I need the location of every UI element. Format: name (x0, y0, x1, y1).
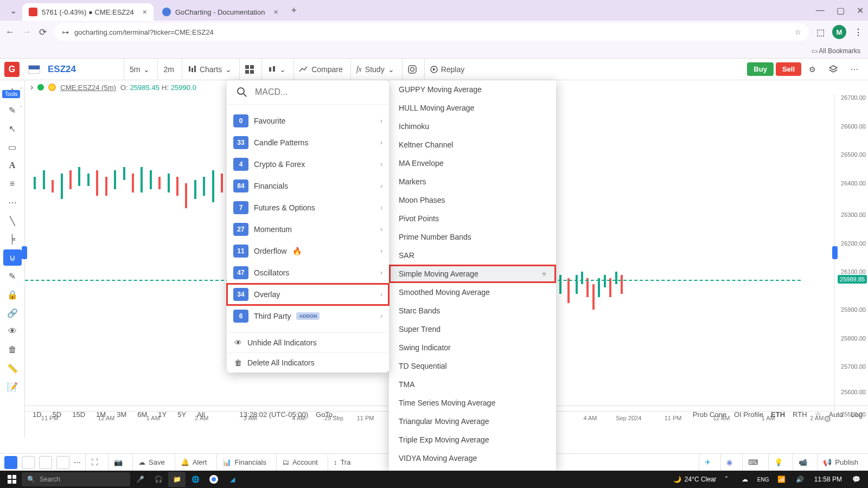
indicator-ichimoku[interactable]: Ichimoku (389, 117, 556, 136)
trash-tool[interactable]: 🗑 (3, 342, 22, 358)
account-button[interactable]: 🗂 Account (276, 454, 323, 471)
star-icon[interactable]: ☆ (795, 28, 801, 36)
eth-toggle[interactable]: ETH (771, 410, 785, 419)
maximize-icon[interactable]: ▢ (837, 5, 845, 16)
edge-icon[interactable]: 🌐 (187, 472, 204, 487)
close-icon[interactable]: × (143, 8, 147, 16)
compare-button[interactable]: Compare (293, 59, 348, 80)
indicator-tma[interactable]: TMA (389, 375, 556, 394)
indicator-keltner-channel[interactable]: Keltner Channel (389, 136, 556, 154)
window-menu[interactable]: ⌄ (10, 5, 17, 16)
layout-grid[interactable] (56, 456, 69, 469)
indicator-vidya-moving-average[interactable]: VIDYA Moving Average (389, 449, 556, 467)
extensions-icon[interactable]: ⬚ (816, 27, 825, 37)
timeframe-5D[interactable]: 5D (50, 409, 64, 420)
timeframe-5Y[interactable]: 5Y (175, 409, 188, 420)
video-icon[interactable]: 📹 (793, 454, 813, 471)
timeframe-2m[interactable]: 2m (157, 59, 179, 80)
study-dropdown[interactable]: fx Study ⌄ (350, 59, 400, 80)
camera-button[interactable]: 📷 (108, 454, 128, 471)
sell-button[interactable]: Sell (776, 62, 801, 76)
timeframe-1D[interactable]: 1D (30, 409, 44, 420)
indicator-sar[interactable]: SAR (389, 246, 556, 265)
text-tool[interactable]: A (3, 157, 22, 174)
timeframe-1Y[interactable]: 1Y (156, 409, 169, 420)
indicator-starc-bands[interactable]: Starc Bands (389, 301, 556, 320)
magnet-tool[interactable]: ⊍ (3, 249, 22, 266)
timeframe-6M[interactable]: 6M (135, 409, 149, 420)
fullscreen-button[interactable]: ⛶ (85, 454, 104, 471)
pointer-tool[interactable]: ↖ (3, 120, 22, 137)
start-button[interactable] (3, 472, 21, 487)
discord-icon[interactable]: ◉ (720, 454, 738, 471)
indicator-swing-indicator[interactable]: Swing Indicator (389, 338, 556, 357)
chart-ticker[interactable]: CME:ESZ24 (5m) (60, 84, 116, 92)
site-info-icon[interactable]: ⊶ (62, 28, 69, 36)
instagram-button[interactable] (402, 59, 422, 80)
vscode-icon[interactable]: ◢ (224, 472, 241, 487)
tray-icon[interactable]: ☁ (736, 472, 754, 487)
indicator-time-series-moving-average[interactable]: Time Series Moving Average (389, 394, 556, 412)
lock-tool[interactable]: 🔒 (3, 286, 22, 303)
slider-tool[interactable]: ≡ (3, 176, 22, 192)
chrome-icon[interactable] (205, 472, 222, 487)
kebab-menu-icon[interactable]: ⋮ (854, 27, 863, 37)
tab-inactive[interactable]: GoCharting - Documentation × (156, 3, 285, 21)
notifications-icon[interactable]: 💬 (847, 472, 865, 487)
timeframe-15D[interactable]: 15D (70, 409, 87, 420)
publish-button[interactable]: 📢 Publish (817, 454, 864, 471)
reload-button[interactable]: ⟳ (39, 27, 47, 38)
eye-tool[interactable]: 👁 (3, 323, 22, 339)
indicator-guppy-moving-average[interactable]: GUPPY Moving Average (389, 80, 556, 99)
charts-dropdown[interactable]: Charts ⌄ (182, 59, 237, 80)
category-overlay[interactable]: 34Overlay› (227, 284, 389, 305)
delete-indicators[interactable]: 🗑 Delete All Indicators (227, 352, 389, 373)
indicator-pivot-points[interactable]: Pivot Points (389, 209, 556, 228)
language-icon[interactable]: ENG (755, 472, 772, 487)
trade-button[interactable]: ↕ Tra (328, 454, 356, 471)
category-momentum[interactable]: 27Momentum› (227, 219, 389, 240)
goto-button[interactable]: GoTo... (316, 410, 339, 419)
more-layouts[interactable]: ⋯ (74, 458, 81, 466)
star-icon[interactable]: ☆ (815, 410, 821, 419)
layout-h[interactable] (22, 456, 35, 469)
replay-button[interactable]: Replay (424, 59, 470, 80)
gear-icon[interactable]: ⚙ (803, 65, 821, 74)
hline-tool[interactable]: ⋯ (3, 194, 22, 210)
taskbar-search[interactable]: 🔍 Search (22, 472, 130, 486)
line-tool[interactable]: ╲ (3, 213, 22, 229)
forward-button[interactable]: → (22, 27, 31, 37)
category-candle-patterns[interactable]: 33Candle Patterns› (227, 132, 389, 153)
profile-avatar[interactable]: M (832, 25, 846, 39)
weather-widget[interactable]: 🌙 24°C Clear (673, 476, 717, 483)
brush-tool[interactable]: ✎ (3, 268, 22, 284)
financials-button[interactable]: 📊 Financials (216, 454, 272, 471)
oi-profile-button[interactable]: OI Profile (734, 410, 763, 419)
all-bookmarks-button[interactable]: ▭ All Bookmarks (812, 47, 860, 55)
layout-grid-button[interactable] (239, 59, 259, 80)
expand-button[interactable]: › (30, 82, 33, 92)
log-toggle[interactable]: Log (851, 410, 863, 419)
rectangle-tool[interactable]: ▭ (3, 139, 22, 155)
keyboard-icon[interactable]: ⌨ (742, 454, 764, 471)
close-icon[interactable]: × (273, 8, 278, 16)
unhide-indicators[interactable]: 👁 Unhide All Indicators (227, 332, 389, 352)
fib-tool[interactable]: ╞ (3, 231, 22, 247)
ruler-tool[interactable]: 📏 (3, 360, 22, 376)
layout-single[interactable] (4, 456, 17, 469)
category-oscillators[interactable]: 47Oscillators› (227, 262, 389, 284)
indicator-simple-moving-average[interactable]: Simple Moving Average♥ (389, 265, 556, 283)
alert-button[interactable]: 🔔 Alert (175, 454, 213, 471)
close-window-icon[interactable]: ✕ (857, 5, 864, 16)
headset-icon[interactable]: 🎧 (150, 472, 167, 487)
taskbar-clock[interactable]: 11:58 PM (814, 476, 842, 483)
category-crypto-&-forex[interactable]: 4Crypto & Forex› (227, 153, 389, 175)
rth-toggle[interactable]: RTH (793, 410, 807, 419)
indicator-prime-number-bands[interactable]: Prime Number Bands (389, 228, 556, 246)
bulb-icon[interactable]: 💡 (768, 454, 788, 471)
minimize-icon[interactable]: — (816, 5, 825, 16)
indicator-triangular-moving-average[interactable]: Triangular Moving Average (389, 412, 556, 431)
link-tool[interactable]: 🔗 (3, 305, 22, 321)
price-axis[interactable]: 25989.85 26700.0026600.0026500.0026400.0… (834, 94, 868, 411)
mic-icon[interactable]: 🎤 (131, 472, 149, 487)
